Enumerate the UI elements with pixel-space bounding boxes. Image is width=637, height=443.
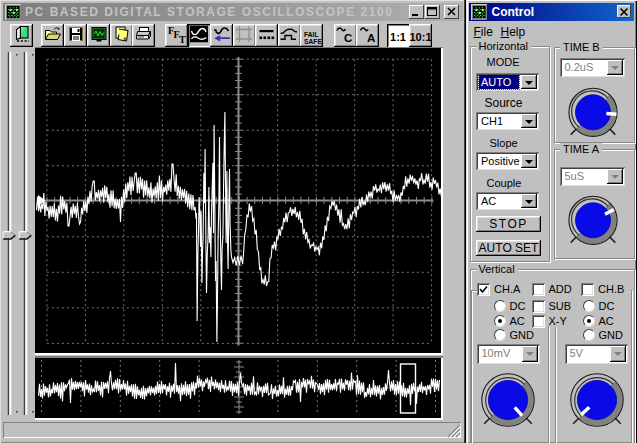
svg-text:T: T [179, 33, 186, 43]
svg-text:A: A [367, 32, 375, 44]
svg-text:C: C [344, 32, 352, 44]
